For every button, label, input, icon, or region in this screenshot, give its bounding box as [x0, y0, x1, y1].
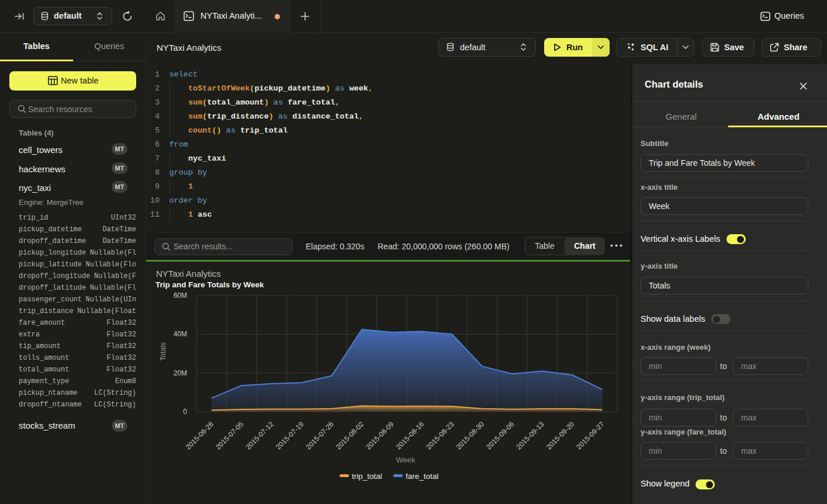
svg-text:Week: Week	[396, 456, 416, 464]
svg-text:fare_total: fare_total	[406, 472, 438, 481]
svg-text:Trip and Fare Totals by Week: Trip and Fare Totals by Week	[155, 280, 264, 289]
svg-text:2015-09-06: 2015-09-06	[485, 420, 516, 451]
svg-text:2015-08-23: 2015-08-23	[424, 420, 456, 451]
svg-text:2015-07-12: 2015-07-12	[244, 420, 276, 451]
svg-text:60M: 60M	[174, 291, 187, 300]
svg-text:Totals: Totals	[159, 342, 167, 360]
svg-text:NYTaxi Analytics: NYTaxi Analytics	[156, 269, 221, 279]
svg-text:2015-08-16: 2015-08-16	[395, 420, 426, 451]
svg-text:0: 0	[183, 408, 187, 416]
svg-text:trip_total: trip_total	[352, 472, 382, 481]
svg-text:2015-06-28: 2015-06-28	[184, 420, 216, 451]
svg-text:40M: 40M	[174, 330, 187, 338]
svg-text:2015-08-30: 2015-08-30	[455, 420, 486, 451]
svg-text:2015-09-20: 2015-09-20	[545, 420, 576, 451]
svg-text:2015-09-13: 2015-09-13	[514, 420, 546, 451]
svg-text:2015-07-26: 2015-07-26	[304, 420, 335, 451]
svg-text:2015-07-19: 2015-07-19	[274, 420, 306, 451]
svg-text:20M: 20M	[174, 369, 187, 377]
svg-text:2015-08-09: 2015-08-09	[364, 420, 396, 451]
svg-text:2015-09-27: 2015-09-27	[575, 420, 606, 451]
svg-text:2015-07-05: 2015-07-05	[214, 420, 245, 451]
svg-text:2015-08-02: 2015-08-02	[334, 420, 366, 451]
